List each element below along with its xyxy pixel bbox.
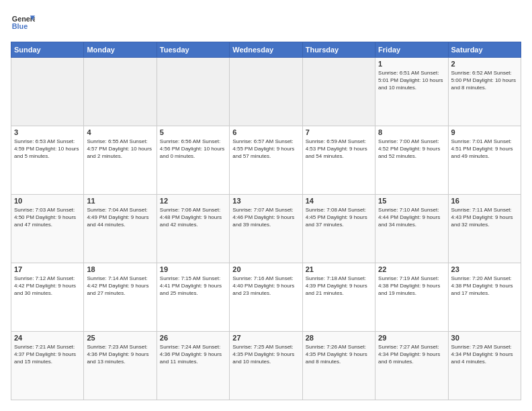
calendar-cell: 20Sunrise: 7:16 AM Sunset: 4:40 PM Dayli…: [230, 263, 302, 332]
calendar-cell: 29Sunrise: 7:27 AM Sunset: 4:34 PM Dayli…: [375, 332, 448, 400]
calendar-cell: 22Sunrise: 7:19 AM Sunset: 4:38 PM Dayli…: [375, 263, 448, 332]
calendar-row: 3Sunrise: 6:53 AM Sunset: 4:59 PM Daylig…: [11, 126, 521, 195]
day-number: 8: [378, 128, 445, 136]
day-info: Sunrise: 7:03 AM Sunset: 4:50 PM Dayligh…: [14, 206, 81, 229]
day-number: 17: [14, 265, 81, 273]
calendar-cell: 16Sunrise: 7:11 AM Sunset: 4:43 PM Dayli…: [448, 195, 521, 263]
calendar-cell: 23Sunrise: 7:20 AM Sunset: 4:38 PM Dayli…: [448, 263, 521, 332]
day-number: 4: [87, 128, 153, 136]
calendar-cell: 4Sunrise: 6:55 AM Sunset: 4:57 PM Daylig…: [84, 126, 157, 195]
calendar-cell: 1Sunrise: 6:51 AM Sunset: 5:01 PM Daylig…: [375, 58, 448, 126]
day-number: 29: [378, 334, 445, 342]
calendar-cell: [302, 58, 375, 126]
logo: General Blue: [11, 11, 35, 35]
day-info: Sunrise: 7:01 AM Sunset: 4:51 PM Dayligh…: [451, 138, 518, 161]
calendar-cell: 14Sunrise: 7:08 AM Sunset: 4:45 PM Dayli…: [302, 195, 375, 263]
day-info: Sunrise: 7:18 AM Sunset: 4:39 PM Dayligh…: [306, 275, 372, 298]
calendar-cell: 11Sunrise: 7:04 AM Sunset: 4:49 PM Dayli…: [84, 195, 157, 263]
day-info: Sunrise: 7:25 AM Sunset: 4:35 PM Dayligh…: [232, 343, 299, 366]
day-info: Sunrise: 6:53 AM Sunset: 4:59 PM Dayligh…: [14, 138, 81, 161]
day-number: 11: [87, 197, 153, 205]
calendar-row: 1Sunrise: 6:51 AM Sunset: 5:01 PM Daylig…: [11, 58, 521, 126]
calendar-cell: 6Sunrise: 6:57 AM Sunset: 4:55 PM Daylig…: [230, 126, 302, 195]
calendar-cell: 27Sunrise: 7:25 AM Sunset: 4:35 PM Dayli…: [230, 332, 302, 400]
day-number: 14: [306, 197, 372, 205]
day-number: 20: [232, 265, 299, 273]
day-info: Sunrise: 7:10 AM Sunset: 4:44 PM Dayligh…: [378, 206, 445, 229]
calendar-header: SundayMondayTuesdayWednesdayThursdayFrid…: [11, 42, 521, 58]
day-header-wednesday: Wednesday: [230, 42, 302, 58]
calendar-row: 24Sunrise: 7:21 AM Sunset: 4:37 PM Dayli…: [11, 332, 521, 400]
day-number: 18: [87, 265, 153, 273]
header-row: SundayMondayTuesdayWednesdayThursdayFrid…: [11, 42, 521, 58]
day-number: 24: [14, 334, 81, 342]
calendar-cell: 9Sunrise: 7:01 AM Sunset: 4:51 PM Daylig…: [448, 126, 521, 195]
day-number: 25: [87, 334, 153, 342]
day-info: Sunrise: 7:14 AM Sunset: 4:42 PM Dayligh…: [87, 275, 153, 298]
day-info: Sunrise: 7:12 AM Sunset: 4:42 PM Dayligh…: [14, 275, 81, 298]
day-info: Sunrise: 7:15 AM Sunset: 4:41 PM Dayligh…: [160, 275, 226, 298]
day-info: Sunrise: 6:59 AM Sunset: 4:53 PM Dayligh…: [306, 138, 372, 161]
calendar-cell: [230, 58, 302, 126]
day-info: Sunrise: 7:08 AM Sunset: 4:45 PM Dayligh…: [306, 206, 372, 229]
day-number: 21: [306, 265, 372, 273]
day-info: Sunrise: 7:24 AM Sunset: 4:36 PM Dayligh…: [160, 343, 226, 366]
calendar-cell: 8Sunrise: 7:00 AM Sunset: 4:52 PM Daylig…: [375, 126, 448, 195]
day-info: Sunrise: 7:29 AM Sunset: 4:34 PM Dayligh…: [451, 343, 518, 366]
calendar-cell: 12Sunrise: 7:06 AM Sunset: 4:48 PM Dayli…: [157, 195, 229, 263]
day-number: 27: [232, 334, 299, 342]
calendar-body: 1Sunrise: 6:51 AM Sunset: 5:01 PM Daylig…: [11, 58, 521, 400]
day-number: 16: [451, 197, 518, 205]
day-number: 7: [306, 128, 372, 136]
day-number: 2: [451, 60, 518, 68]
calendar-cell: 30Sunrise: 7:29 AM Sunset: 4:34 PM Dayli…: [448, 332, 521, 400]
day-info: Sunrise: 7:26 AM Sunset: 4:35 PM Dayligh…: [306, 343, 372, 366]
day-info: Sunrise: 7:11 AM Sunset: 4:43 PM Dayligh…: [451, 206, 518, 229]
calendar-cell: [11, 58, 84, 126]
day-number: 13: [232, 197, 299, 205]
calendar-cell: 28Sunrise: 7:26 AM Sunset: 4:35 PM Dayli…: [302, 332, 375, 400]
day-header-thursday: Thursday: [302, 42, 375, 58]
calendar-cell: 15Sunrise: 7:10 AM Sunset: 4:44 PM Dayli…: [375, 195, 448, 263]
day-info: Sunrise: 7:04 AM Sunset: 4:49 PM Dayligh…: [87, 206, 153, 229]
day-number: 5: [160, 128, 226, 136]
day-number: 10: [14, 197, 81, 205]
calendar-cell: 21Sunrise: 7:18 AM Sunset: 4:39 PM Dayli…: [302, 263, 375, 332]
day-number: 26: [160, 334, 226, 342]
day-header-tuesday: Tuesday: [157, 42, 229, 58]
day-number: 23: [451, 265, 518, 273]
calendar-cell: 7Sunrise: 6:59 AM Sunset: 4:53 PM Daylig…: [302, 126, 375, 195]
calendar-cell: 17Sunrise: 7:12 AM Sunset: 4:42 PM Dayli…: [11, 263, 84, 332]
calendar-cell: 25Sunrise: 7:23 AM Sunset: 4:36 PM Dayli…: [84, 332, 157, 400]
day-number: 6: [232, 128, 299, 136]
day-info: Sunrise: 7:16 AM Sunset: 4:40 PM Dayligh…: [232, 275, 299, 298]
day-number: 3: [14, 128, 81, 136]
day-number: 22: [378, 265, 445, 273]
day-number: 15: [378, 197, 445, 205]
svg-text:Blue: Blue: [12, 22, 28, 30]
logo-icon: General Blue: [11, 11, 35, 35]
day-info: Sunrise: 7:20 AM Sunset: 4:38 PM Dayligh…: [451, 275, 518, 298]
day-number: 19: [160, 265, 226, 273]
day-number: 28: [306, 334, 372, 342]
day-info: Sunrise: 7:19 AM Sunset: 4:38 PM Dayligh…: [378, 275, 445, 298]
day-header-friday: Friday: [375, 42, 448, 58]
calendar-cell: 26Sunrise: 7:24 AM Sunset: 4:36 PM Dayli…: [157, 332, 229, 400]
day-info: Sunrise: 6:56 AM Sunset: 4:56 PM Dayligh…: [160, 138, 226, 161]
calendar-cell: 19Sunrise: 7:15 AM Sunset: 4:41 PM Dayli…: [157, 263, 229, 332]
day-info: Sunrise: 6:52 AM Sunset: 5:00 PM Dayligh…: [451, 69, 518, 92]
calendar-cell: 24Sunrise: 7:21 AM Sunset: 4:37 PM Dayli…: [11, 332, 84, 400]
header: General Blue: [11, 11, 521, 35]
day-info: Sunrise: 7:21 AM Sunset: 4:37 PM Dayligh…: [14, 343, 81, 366]
calendar-cell: 5Sunrise: 6:56 AM Sunset: 4:56 PM Daylig…: [157, 126, 229, 195]
day-number: 30: [451, 334, 518, 342]
calendar-table: SundayMondayTuesdayWednesdayThursdayFrid…: [11, 42, 521, 400]
calendar-cell: 2Sunrise: 6:52 AM Sunset: 5:00 PM Daylig…: [448, 58, 521, 126]
day-info: Sunrise: 6:57 AM Sunset: 4:55 PM Dayligh…: [232, 138, 299, 161]
calendar-cell: [157, 58, 229, 126]
day-header-monday: Monday: [84, 42, 157, 58]
day-number: 9: [451, 128, 518, 136]
day-info: Sunrise: 7:00 AM Sunset: 4:52 PM Dayligh…: [378, 138, 445, 161]
day-header-sunday: Sunday: [11, 42, 84, 58]
page: General Blue SundayMondayTuesdayWednesda…: [0, 0, 532, 411]
